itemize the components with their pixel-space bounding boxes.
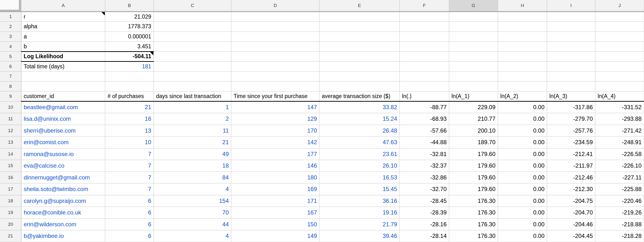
row-header-3[interactable]: 3 xyxy=(0,32,21,42)
cell-F14[interactable]: -32.81 xyxy=(400,148,449,160)
cell-I4[interactable] xyxy=(547,42,595,52)
cell-G10[interactable]: 229.09 xyxy=(449,102,498,113)
cell-B20[interactable]: 6 xyxy=(105,218,154,230)
cell-A5[interactable]: Log Likelihood xyxy=(21,52,105,61)
cell-H20[interactable]: 0.00 xyxy=(498,218,547,230)
cell-I2[interactable] xyxy=(547,22,595,32)
cell-D12[interactable]: 170 xyxy=(231,125,319,137)
row-header-5[interactable]: 5 xyxy=(0,52,21,61)
cell-C1[interactable] xyxy=(154,12,231,22)
cell-A2[interactable]: alpha xyxy=(21,22,105,32)
cell-A11[interactable]: lisa.d@uninix.com xyxy=(21,113,105,125)
cell-F8[interactable] xyxy=(400,82,449,91)
cell-G7[interactable] xyxy=(449,72,498,82)
cell-J11[interactable]: -293.88 xyxy=(595,113,644,125)
cell-E18[interactable]: 36.16 xyxy=(319,195,400,207)
cell-D1[interactable] xyxy=(231,12,319,22)
cell-B10[interactable]: 21 xyxy=(105,102,154,113)
cell-F12[interactable]: -57.66 xyxy=(400,125,449,137)
cell-D19[interactable]: 167 xyxy=(231,207,319,218)
select-all-corner[interactable] xyxy=(0,0,21,12)
cell-I7[interactable] xyxy=(547,72,595,82)
cell-E10[interactable]: 33.82 xyxy=(319,102,400,113)
cell-I1[interactable] xyxy=(547,12,595,22)
cell-C2[interactable] xyxy=(154,22,231,32)
column-header-E[interactable]: E xyxy=(319,0,400,12)
row-header-11[interactable]: 11 xyxy=(0,113,21,125)
cell-B3[interactable]: 0.000001 xyxy=(105,32,154,42)
cell-H8[interactable] xyxy=(498,82,547,91)
cell-D9[interactable]: Time since your first purchase xyxy=(231,91,319,101)
column-header-D[interactable]: D xyxy=(231,0,319,12)
cell-C3[interactable] xyxy=(154,32,231,42)
cell-D6[interactable] xyxy=(231,61,319,71)
cell-J20[interactable]: -218.88 xyxy=(595,218,644,230)
cell-H9[interactable]: ln(A_2) xyxy=(498,91,547,101)
cell-H4[interactable] xyxy=(498,42,547,52)
cell-C4[interactable] xyxy=(154,42,231,52)
cell-G21[interactable]: 176.30 xyxy=(449,230,498,242)
cell-H21[interactable]: 0.00 xyxy=(498,230,547,242)
cell-B11[interactable]: 16 xyxy=(105,113,154,125)
cell-B12[interactable]: 13 xyxy=(105,125,154,137)
cell-I17[interactable]: -212.30 xyxy=(547,183,595,195)
cell-H6[interactable] xyxy=(498,61,547,71)
cell-H19[interactable]: 0.00 xyxy=(498,207,547,218)
cell-C6[interactable] xyxy=(154,61,231,71)
cell-I6[interactable] xyxy=(547,61,595,71)
cell-J12[interactable]: -271.42 xyxy=(595,125,644,137)
cell-G13[interactable]: 189.70 xyxy=(449,136,498,148)
cell-I5[interactable] xyxy=(547,52,595,61)
cell-E17[interactable]: 15.45 xyxy=(319,183,400,195)
cell-E16[interactable]: 16.53 xyxy=(319,172,400,184)
cell-I3[interactable] xyxy=(547,32,595,42)
cell-B5[interactable]: -504.11 xyxy=(105,52,154,61)
cell-A16[interactable]: dinnernugget@gmail.com xyxy=(21,172,105,184)
cell-D8[interactable] xyxy=(231,82,319,91)
cell-J14[interactable]: -226.58 xyxy=(595,148,644,160)
cell-H12[interactable]: 0.00 xyxy=(498,125,547,137)
cell-F18[interactable]: -28.45 xyxy=(400,195,449,207)
cell-H10[interactable]: 0.00 xyxy=(498,102,547,113)
cell-E2[interactable] xyxy=(319,22,400,32)
cell-F17[interactable]: -32.70 xyxy=(400,183,449,195)
cell-J4[interactable] xyxy=(595,42,644,52)
cell-F21[interactable]: -28.14 xyxy=(400,230,449,242)
cell-F20[interactable]: -28.16 xyxy=(400,218,449,230)
column-header-A[interactable]: A xyxy=(21,0,105,12)
cell-I21[interactable]: -204.45 xyxy=(547,230,595,242)
cell-A10[interactable]: beastlee@gmail.com xyxy=(21,102,105,113)
cell-E21[interactable]: 39.46 xyxy=(319,230,400,242)
row-header-1[interactable]: 1 xyxy=(0,12,21,22)
row-header-4[interactable]: 4 xyxy=(0,42,21,52)
row-header-9[interactable]: 9 xyxy=(0,91,21,101)
cell-H11[interactable]: 0.00 xyxy=(498,113,547,125)
row-header-21[interactable]: 21 xyxy=(0,230,21,242)
cell-J10[interactable]: -331.52 xyxy=(595,102,644,113)
cell-D5[interactable] xyxy=(231,52,319,61)
cell-E19[interactable]: 19.16 xyxy=(319,207,400,218)
cell-G12[interactable]: 200.10 xyxy=(449,125,498,137)
cell-G11[interactable]: 210.77 xyxy=(449,113,498,125)
cell-F2[interactable] xyxy=(400,22,449,32)
column-header-B[interactable]: B xyxy=(105,0,154,12)
row-header-17[interactable]: 17 xyxy=(0,183,21,195)
cell-A8[interactable] xyxy=(21,82,105,91)
cell-E14[interactable]: 23.61 xyxy=(319,148,400,160)
cell-D14[interactable]: 177 xyxy=(231,148,319,160)
cell-J3[interactable] xyxy=(595,32,644,42)
row-header-16[interactable]: 16 xyxy=(0,172,21,184)
cell-J2[interactable] xyxy=(595,22,644,32)
cell-H5[interactable] xyxy=(498,52,547,61)
cell-H3[interactable] xyxy=(498,32,547,42)
column-header-H[interactable]: H xyxy=(498,0,547,12)
cell-I16[interactable]: -212.46 xyxy=(547,172,595,184)
cell-C14[interactable]: 49 xyxy=(154,148,231,160)
cell-F7[interactable] xyxy=(400,72,449,82)
cell-B17[interactable]: 7 xyxy=(105,183,154,195)
cell-A15[interactable]: eva@calcise.co xyxy=(21,160,105,172)
cell-B19[interactable]: 6 xyxy=(105,207,154,218)
cell-I20[interactable]: -204.46 xyxy=(547,218,595,230)
cell-B7[interactable] xyxy=(105,72,154,82)
column-header-C[interactable]: C xyxy=(154,0,231,12)
